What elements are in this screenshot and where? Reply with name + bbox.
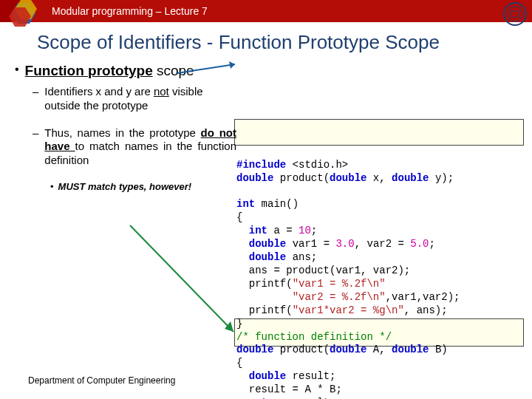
highlight-prototype <box>234 119 524 146</box>
bullet-main-text: Function prototype scope <box>25 63 194 79</box>
bullet-sub-2: – Thus, names in the prototype do not ha… <box>33 126 236 168</box>
bullet-sub-3: • MUST match types, however! <box>50 181 236 192</box>
slide-header: Modular programming – Lecture 7 <box>0 0 532 22</box>
header-title: Modular programming – Lecture 7 <box>52 5 208 17</box>
svg-rect-5 <box>511 11 519 17</box>
slide-content: • Function prototype scope – Identifiers… <box>0 60 532 192</box>
bullet-sub1-text: Identifiers x and y are not visible outs… <box>44 85 236 113</box>
arrow-to-definition-icon <box>127 222 245 341</box>
university-logo-icon <box>4 0 45 30</box>
svg-line-8 <box>130 225 233 332</box>
bullet-main: • Function prototype scope <box>15 63 236 79</box>
bullet-sub3-text: MUST match types, however! <box>58 181 192 192</box>
bullet-sub-1: – Identifiers x and y are not visible ou… <box>33 85 236 113</box>
bullet-sub2-text: Thus, names in the prototype do not have… <box>44 126 236 168</box>
dash-icon: – <box>33 126 38 139</box>
bullet-list: • Function prototype scope – Identifiers… <box>15 63 236 192</box>
svg-marker-9 <box>225 321 233 332</box>
bullet-dot-icon: • <box>50 181 54 192</box>
slide-title: Scope of Identifiers - Function Prototyp… <box>0 22 532 60</box>
bullet-dot-icon: • <box>15 63 19 76</box>
svg-point-4 <box>508 7 522 21</box>
slide-footer: Department of Computer Engineering <box>28 375 175 386</box>
dash-icon: – <box>33 85 38 98</box>
seal-icon <box>502 1 528 27</box>
code-block: #include <stdio.h> double product(double… <box>236 119 526 399</box>
